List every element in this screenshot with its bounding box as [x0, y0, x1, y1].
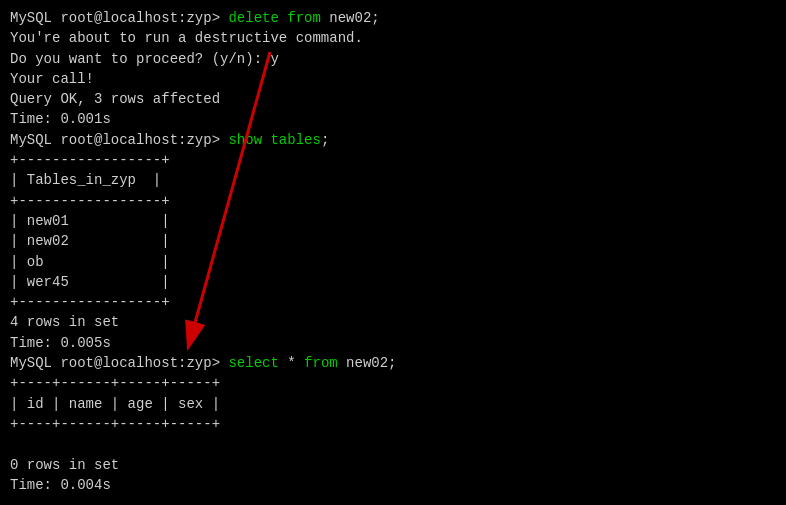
terminal-line-6: Time: 0.001s	[10, 109, 776, 129]
terminal-line-12: | new02 |	[10, 231, 776, 251]
terminal-line-4: Your call!	[10, 69, 776, 89]
terminal-line-3: Do you want to proceed? (y/n): y	[10, 49, 776, 69]
terminal-line-16: 4 rows in set	[10, 312, 776, 332]
terminal-line-10: +-----------------+	[10, 191, 776, 211]
terminal-line-19: +----+------+-----+-----+	[10, 373, 776, 393]
terminal-line-22	[10, 434, 776, 454]
terminal-line-5: Query OK, 3 rows affected	[10, 89, 776, 109]
terminal-line-8: +-----------------+	[10, 150, 776, 170]
terminal-line-9: | Tables_in_zyp |	[10, 170, 776, 190]
terminal-line-1: MySQL root@localhost:zyp> delete from ne…	[10, 8, 776, 28]
terminal-line-20: | id | name | age | sex |	[10, 394, 776, 414]
terminal-line-13: | ob |	[10, 252, 776, 272]
terminal-line-17: Time: 0.005s	[10, 333, 776, 353]
terminal-line-21: +----+------+-----+-----+	[10, 414, 776, 434]
terminal-line-24: Time: 0.004s	[10, 475, 776, 495]
terminal-line-7: MySQL root@localhost:zyp> show tables;	[10, 130, 776, 150]
terminal-line-23: 0 rows in set	[10, 455, 776, 475]
terminal-line-11: | new01 |	[10, 211, 776, 231]
terminal-line-2: You're about to run a destructive comman…	[10, 28, 776, 48]
terminal-container: MySQL root@localhost:zyp> delete from ne…	[10, 8, 776, 495]
terminal-line-18: MySQL root@localhost:zyp> select * from …	[10, 353, 776, 373]
terminal-line-14: | wer45 |	[10, 272, 776, 292]
terminal-line-15: +-----------------+	[10, 292, 776, 312]
